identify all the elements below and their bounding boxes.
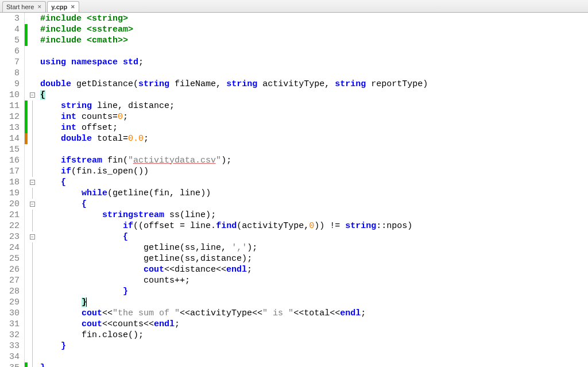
code-token: string [61, 101, 92, 111]
fold-indicator [28, 308, 37, 319]
fold-toggle-icon[interactable]: − [30, 92, 35, 98]
code-content[interactable]: #include <string>#include <sstream>#incl… [37, 13, 588, 367]
code-line[interactable]: stringstream ss(line); [40, 210, 588, 221]
fold-indicator [28, 111, 37, 122]
code-token: " is " [262, 308, 293, 318]
code-token: ( [71, 167, 76, 176]
line-number: 14 [0, 133, 20, 144]
code-token: int [61, 112, 76, 122]
code-line[interactable]: { [40, 177, 588, 188]
line-number: 11 [0, 101, 20, 111]
code-token: endl [340, 308, 361, 318]
code-line[interactable] [40, 68, 588, 79]
fold-toggle-icon[interactable]: − [30, 202, 35, 207]
change-mark [25, 13, 28, 24]
fold-indicator [28, 101, 37, 111]
change-mark [25, 155, 28, 166]
code-line[interactable]: double total=0.0; [40, 133, 588, 144]
code-token: 0 [309, 221, 314, 231]
line-number: 8 [0, 68, 20, 79]
fold-indicator [28, 297, 37, 308]
code-line[interactable]: } [40, 297, 588, 308]
code-line[interactable]: ifstream fin("activitydata.csv"); [40, 155, 588, 166]
code-token: #include <cmath>> [40, 36, 128, 45]
code-token: line [200, 243, 221, 253]
code-token: ss [185, 254, 195, 264]
code-line[interactable] [40, 144, 588, 155]
code-token: ( [237, 221, 242, 231]
line-number: 9 [0, 79, 20, 90]
fold-toggle-icon[interactable]: − [30, 234, 35, 239]
close-icon[interactable]: ✕ [71, 4, 75, 10]
code-line[interactable]: getline(ss,distance); [40, 253, 588, 264]
line-number: 34 [0, 351, 20, 362]
code-token: getDistance [71, 79, 133, 89]
code-token: << [164, 265, 175, 275]
code-line[interactable]: } [40, 341, 588, 351]
line-number: 15 [0, 144, 20, 155]
fold-indicator [28, 319, 37, 330]
code-token: 0 [118, 112, 123, 122]
code-line[interactable]: { [40, 199, 588, 210]
code-token: line [185, 210, 206, 220]
fold-toggle-icon[interactable]: − [30, 180, 35, 185]
code-line[interactable]: } [40, 286, 588, 297]
fold-indicator [28, 79, 37, 90]
code-line[interactable] [40, 46, 588, 57]
code-line[interactable] [40, 351, 588, 362]
code-line[interactable]: double getDistance(string fileName, stri… [40, 79, 588, 90]
code-line[interactable]: #include <sstream> [40, 24, 588, 35]
code-token: { [61, 177, 66, 187]
code-token: ; [169, 101, 175, 111]
code-token [40, 265, 144, 275]
code-token: ) [319, 221, 324, 231]
tab-ycpp[interactable]: y.cpp ✕ [47, 1, 79, 12]
line-number: 18 [0, 177, 20, 188]
code-token: } [123, 287, 128, 296]
code-token: { [123, 232, 128, 242]
code-line[interactable]: while(getline(fin, line)) [40, 188, 588, 199]
fold-gutter: −−−− [28, 13, 37, 367]
code-line[interactable]: { [40, 90, 588, 101]
code-line[interactable]: using namespace std; [40, 57, 588, 68]
change-mark [25, 199, 28, 210]
close-icon[interactable]: ✕ [37, 4, 42, 10]
code-line[interactable]: if((offset = line.find(activityType,0)) … [40, 221, 588, 231]
code-line[interactable]: string line, distance; [40, 101, 588, 111]
code-line[interactable]: cout<<distance<<endl; [40, 264, 588, 275]
code-line[interactable]: #include <string> [40, 13, 588, 24]
fold-indicator [28, 264, 37, 275]
code-line[interactable]: cout<<"the sum of "<<activityType<<" is … [40, 308, 588, 319]
code-token: fileName [169, 79, 216, 89]
code-line[interactable]: int counts=0; [40, 111, 588, 122]
code-token: cout [144, 265, 164, 275]
code-line[interactable]: { [40, 231, 588, 242]
code-line[interactable]: } [40, 362, 588, 367]
code-token [40, 112, 61, 122]
code-line[interactable]: cout<<counts<<endl; [40, 319, 588, 330]
code-token: <<counts<< [102, 319, 154, 329]
change-mark [25, 90, 28, 101]
change-mark [25, 101, 28, 111]
code-line[interactable]: int offset; [40, 122, 588, 133]
tab-label: Start here [6, 3, 34, 10]
code-line[interactable]: if(fin.is_open()) [40, 166, 588, 177]
code-line[interactable]: #include <cmath>> [40, 35, 588, 46]
code-token: () [128, 330, 138, 340]
code-token: ::npos [376, 221, 407, 231]
code-line[interactable]: fin.close(); [40, 330, 588, 341]
code-token: ) [423, 79, 428, 89]
line-number: 7 [0, 57, 20, 68]
editor-area[interactable]: 3456789101112131415161718192021222324252… [0, 13, 588, 367]
code-token: cout [82, 319, 102, 329]
code-token: , [169, 188, 175, 198]
code-line[interactable]: counts++; [40, 275, 588, 286]
code-token: } [40, 363, 45, 367]
change-mark [25, 341, 28, 351]
code-line[interactable]: getline(ss,line, ','); [40, 242, 588, 253]
line-number: 22 [0, 221, 20, 231]
change-mark [25, 57, 28, 68]
code-token: getline [40, 243, 180, 253]
change-mark [25, 144, 28, 155]
tab-start-here[interactable]: Start here ✕ [2, 1, 46, 12]
